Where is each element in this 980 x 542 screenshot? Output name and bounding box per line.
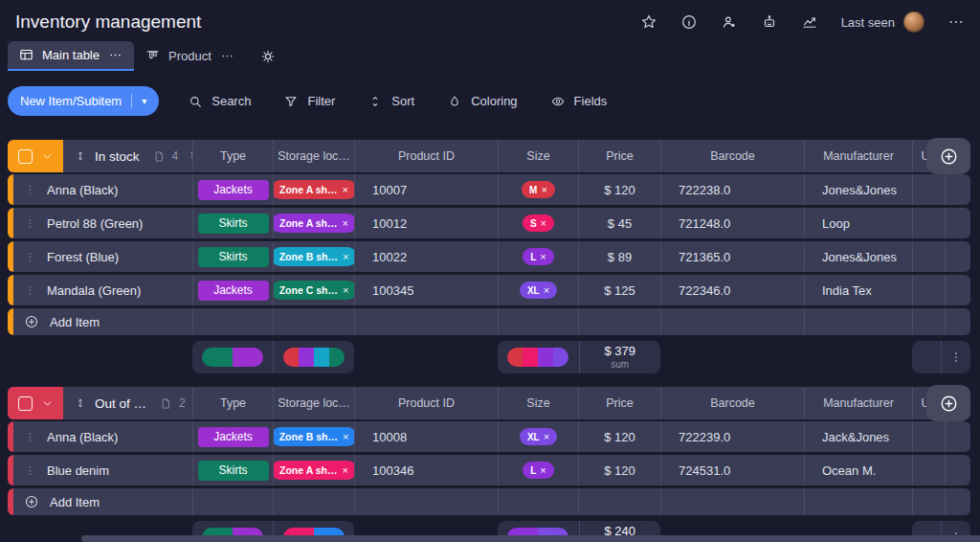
close-icon[interactable]: × xyxy=(343,431,348,442)
status-pill[interactable]: XL× xyxy=(520,282,557,299)
item-name-cell[interactable]: Anna (Black) xyxy=(8,421,192,452)
size-cell[interactable]: XL× xyxy=(498,275,578,305)
tab-options-icon[interactable] xyxy=(107,47,123,63)
invite-members-icon[interactable] xyxy=(721,13,738,31)
barcode-cell[interactable]: 722239.0 xyxy=(660,421,804,452)
barcode-cell[interactable]: 724531.0 xyxy=(660,455,804,486)
close-icon[interactable]: × xyxy=(540,464,546,476)
size-cell[interactable]: S× xyxy=(498,208,578,238)
product-id-cell[interactable]: 10012 xyxy=(354,208,498,238)
group-checkbox[interactable] xyxy=(18,396,33,411)
type-cell[interactable]: Jackets xyxy=(192,275,273,305)
toolbar-sort-button[interactable]: Sort xyxy=(368,94,414,109)
status-pill[interactable]: Zone A sh…× xyxy=(273,214,354,233)
manufacturer-cell[interactable]: Jones&Jones xyxy=(804,174,912,205)
manufacturer-cell[interactable]: India Tex xyxy=(804,275,912,305)
status-pill[interactable]: M× xyxy=(522,181,555,198)
units-cell[interactable] xyxy=(912,455,945,486)
table-row[interactable]: Blue denimSkirtsZone A sh…×100346L×$ 120… xyxy=(8,455,970,486)
status-pill[interactable]: Skirts xyxy=(198,461,269,481)
chart-icon[interactable] xyxy=(801,13,818,31)
item-name-cell[interactable]: Blue denim xyxy=(8,455,192,486)
table-row[interactable]: Mandala (Green)JacketsZone C sh…×100345X… xyxy=(8,275,970,305)
last-seen[interactable]: Last seen xyxy=(841,11,924,33)
manufacturer-cell[interactable]: Loop xyxy=(804,208,912,238)
type-cell[interactable]: Skirts xyxy=(192,455,273,486)
units-cell[interactable] xyxy=(912,174,945,205)
automations-icon[interactable] xyxy=(761,13,778,31)
column-header-storage-loc-[interactable]: Storage loc… xyxy=(273,140,354,172)
toolbar-filter-button[interactable]: Filter xyxy=(283,94,335,109)
summary-menu[interactable] xyxy=(941,341,970,373)
close-icon[interactable]: × xyxy=(343,251,348,262)
column-header-storage-loc-[interactable]: Storage loc… xyxy=(273,387,354,419)
group-title[interactable]: Out of …20 xyxy=(63,387,192,419)
column-header-size[interactable]: Size xyxy=(498,387,578,419)
type-cell[interactable]: Skirts xyxy=(192,241,273,272)
item-name-cell[interactable]: Petrol 88 (Green) xyxy=(8,208,192,238)
avatar[interactable] xyxy=(903,11,924,33)
units-cell[interactable] xyxy=(912,275,945,305)
add-column-button[interactable] xyxy=(926,138,970,174)
units-cell[interactable] xyxy=(912,208,945,238)
group-select[interactable] xyxy=(8,387,63,419)
item-name-cell[interactable]: Anna (Black) xyxy=(8,174,192,205)
product-id-cell[interactable]: 10007 xyxy=(354,174,498,205)
type-cell[interactable]: Skirts xyxy=(192,208,273,238)
toolbar-fields-button[interactable]: Fields xyxy=(550,94,608,109)
type-cell[interactable]: Jackets xyxy=(192,174,273,205)
group-checkbox[interactable] xyxy=(18,149,33,164)
add-item-row[interactable]: Add Item xyxy=(8,308,970,335)
status-pill[interactable]: Zone A sh…× xyxy=(273,461,354,480)
status-pill[interactable]: Zone B sh…× xyxy=(273,247,354,266)
column-header-manufacturer[interactable]: Manufacturer xyxy=(804,140,912,172)
size-cell[interactable]: L× xyxy=(498,241,578,272)
product-id-cell[interactable]: 100346 xyxy=(354,455,498,486)
column-header-size[interactable]: Size xyxy=(498,140,578,172)
tab-main-table[interactable]: Main table xyxy=(8,41,134,71)
board-settings-button[interactable] xyxy=(259,41,277,71)
price-cell[interactable]: $ 89 xyxy=(578,241,660,272)
add-column-button[interactable] xyxy=(926,385,970,421)
table-row[interactable]: Forest (Blue)SkirtsZone B sh…×10022L×$ 8… xyxy=(8,241,970,272)
storage-cell[interactable]: Zone A sh…× xyxy=(273,174,354,205)
status-pill[interactable]: Zone B sh…× xyxy=(273,427,354,446)
new-item-button[interactable]: New Item/Subitem ▾ xyxy=(8,86,159,116)
units-cell[interactable] xyxy=(912,421,945,452)
group-title[interactable]: In stock40 xyxy=(63,140,192,172)
item-name-cell[interactable]: Forest (Blue) xyxy=(8,241,192,272)
column-header-barcode[interactable]: Barcode xyxy=(660,387,804,419)
status-pill[interactable]: L× xyxy=(523,462,554,479)
type-cell[interactable]: Jackets xyxy=(192,421,273,452)
info-icon[interactable] xyxy=(680,13,698,31)
barcode-cell[interactable]: 721365.0 xyxy=(660,241,804,272)
size-cell[interactable]: L× xyxy=(498,455,578,486)
group-select[interactable] xyxy=(8,140,63,172)
manufacturer-cell[interactable]: Jones&Jones xyxy=(804,241,912,272)
table-row[interactable]: Anna (Black)JacketsZone A sh…×10007M×$ 1… xyxy=(8,174,970,205)
horizontal-scrollbar[interactable] xyxy=(81,535,980,542)
column-header-product-id[interactable]: Product ID xyxy=(354,140,498,172)
close-icon[interactable]: × xyxy=(544,431,549,442)
units-cell[interactable] xyxy=(912,241,945,272)
storage-cell[interactable]: Zone A sh…× xyxy=(273,208,354,238)
storage-cell[interactable]: Zone C sh…× xyxy=(273,275,354,305)
price-cell[interactable]: $ 120 xyxy=(578,421,660,452)
column-header-price[interactable]: Price xyxy=(578,387,660,419)
close-icon[interactable]: × xyxy=(541,184,546,195)
status-pill[interactable]: XL× xyxy=(520,428,557,445)
storage-cell[interactable]: Zone B sh…× xyxy=(273,421,354,452)
manufacturer-cell[interactable]: Ocean M. xyxy=(804,455,912,486)
storage-cell[interactable]: Zone B sh…× xyxy=(273,241,354,272)
chevdown-icon[interactable] xyxy=(41,397,54,410)
status-pill[interactable]: Skirts xyxy=(198,214,269,234)
close-icon[interactable]: × xyxy=(343,284,348,296)
barcode-cell[interactable]: 722238.0 xyxy=(660,174,804,205)
size-cell[interactable]: XL× xyxy=(498,421,578,452)
barcode-cell[interactable]: 721248.0 xyxy=(660,208,804,238)
status-pill[interactable]: L× xyxy=(523,248,554,265)
add-item-row[interactable]: Add Item xyxy=(8,488,970,515)
close-icon[interactable]: × xyxy=(343,464,348,476)
column-header-barcode[interactable]: Barcode xyxy=(660,140,804,172)
column-header-manufacturer[interactable]: Manufacturer xyxy=(804,387,912,419)
